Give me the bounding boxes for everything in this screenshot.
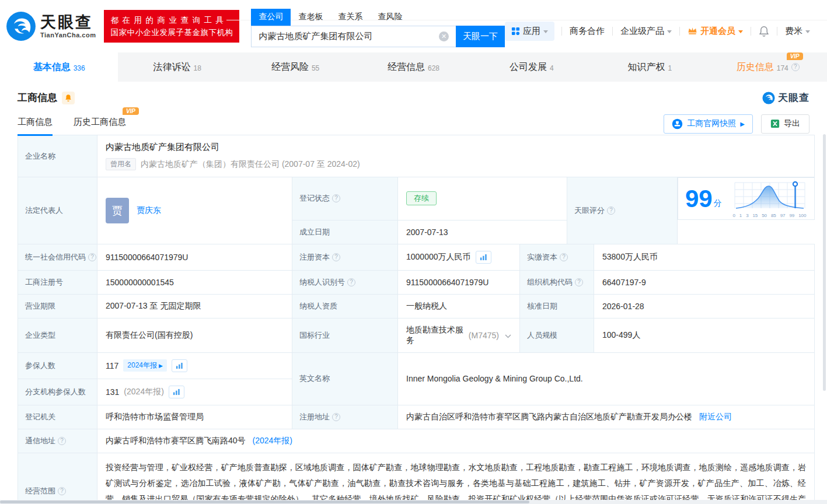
section-header: 工商信息 天眼查	[0, 82, 827, 107]
enterprise-products-menu[interactable]: 企业级产品	[613, 26, 679, 37]
search-type-tabs: 查公司 查老板 查关系 查风险	[251, 9, 505, 26]
search-tab-company[interactable]: 查公司	[251, 9, 291, 26]
help-icon[interactable]: ?	[791, 63, 800, 71]
search-tab-relation[interactable]: 查关系	[330, 9, 370, 26]
tab-company-development[interactable]: 公司发展 4	[473, 52, 591, 82]
registration-number: 150000000001545	[97, 270, 292, 294]
business-term: 2007-07-13 至 无固定期限	[97, 294, 292, 318]
help-icon[interactable]: ?	[347, 278, 355, 286]
top-navigation: 应用 商务合作 企业级产品 开通会员 费米	[505, 22, 818, 41]
tab-history-info[interactable]: VIP 历史信息 174 ?	[709, 52, 827, 82]
field-label: 实缴资本?	[520, 244, 594, 270]
help-icon[interactable]: ?	[332, 253, 340, 261]
branch-insured-trend-chart-icon[interactable]	[169, 386, 184, 398]
former-name-badge: 曾用名	[106, 158, 136, 170]
vertical-scrollbar-thumb[interactable]	[823, 134, 826, 391]
open-vip-menu[interactable]: 开通会员	[680, 26, 751, 37]
comm-address-report-link[interactable]: (2024年报)	[252, 436, 292, 445]
nearby-companies-link[interactable]: 附近公司	[699, 412, 732, 421]
chevron-down-icon	[667, 30, 672, 33]
notifications-button[interactable]	[751, 26, 777, 37]
help-icon[interactable]: ?	[332, 194, 340, 202]
insured-trend-chart-icon[interactable]	[172, 359, 187, 372]
field-label: 人员规模	[520, 318, 594, 352]
field-label: 登记机关	[18, 405, 97, 429]
official-snapshot-button[interactable]: 工商官网快照 ▶	[664, 114, 753, 134]
horizontal-scrollbar-thumb[interactable]	[0, 501, 529, 503]
bell-icon	[65, 94, 72, 102]
search-tab-risk[interactable]: 查风险	[370, 9, 410, 26]
tab-label: 基本信息	[33, 61, 71, 74]
field-label: 登记状态?	[292, 177, 398, 220]
field-label: 企业名称	[18, 135, 97, 177]
field-label: 纳税人资质	[292, 294, 398, 318]
help-icon[interactable]: ?	[607, 206, 615, 215]
tab-basic-info[interactable]: 基本信息 336	[0, 52, 118, 82]
help-icon[interactable]: ?	[58, 437, 66, 445]
tab-label: 知识产权	[627, 61, 665, 74]
help-icon[interactable]: ?	[58, 487, 66, 495]
subscribe-bell-badge[interactable]	[62, 92, 75, 104]
english-name: Inner Mongolia Geology & Mining Group Co…	[398, 352, 815, 405]
clear-search-icon[interactable]: ✕	[439, 32, 449, 41]
credit-code: 91150000664071979U	[97, 244, 292, 270]
user-menu[interactable]: 费米	[777, 26, 818, 37]
export-button[interactable]: 导出	[761, 114, 809, 134]
tab-operation-risk[interactable]: 经营风险 55	[236, 52, 354, 82]
company-detail-tabs: 基本信息 336 法律诉讼 18 经营风险 55 经营信息 628 公司发展 4…	[0, 52, 827, 82]
search-button[interactable]: 天眼一下	[456, 26, 505, 47]
promo-line-2: 国家中小企业发展子基金旗下机构	[110, 26, 233, 38]
taxpayer-id: 91150000664071979U	[398, 270, 520, 294]
legal-rep-avatar[interactable]: 贾	[106, 198, 129, 223]
chevron-down-icon	[805, 30, 810, 33]
search-input[interactable]	[251, 26, 456, 47]
taxpayer-quality: 一般纳税人	[398, 294, 520, 318]
apps-label: 应用	[523, 26, 540, 37]
legal-rep-link[interactable]: 贾庆东	[137, 205, 161, 216]
chevron-down-icon[interactable]	[505, 331, 511, 340]
arrow-right-icon: ▶	[159, 363, 163, 369]
tab-label: 经营风险	[271, 61, 309, 74]
promo-line-1: 都在用的商业查询工具	[110, 14, 233, 26]
business-cooperation-link[interactable]: 商务合作	[562, 26, 612, 37]
subtab-business-registration[interactable]: 工商信息	[18, 117, 53, 136]
tab-label: 经营信息	[388, 61, 425, 74]
table-row: 法定代表人 贾 贾庆东 登记状态? 存续 天眼评分? 99 分	[18, 177, 815, 220]
field-label: 企业类型	[18, 318, 97, 352]
tianyancha-logo[interactable]: 天眼查 TianYanCha.com	[6, 11, 96, 41]
field-label: 纳税人识别号?	[292, 270, 398, 294]
tab-legal-proceedings[interactable]: 法律诉讼 18	[118, 52, 236, 82]
tab-intellectual-property[interactable]: 知识产权 1	[591, 52, 709, 82]
export-label: 导出	[784, 118, 800, 129]
field-label: 注册地址?	[292, 405, 398, 429]
apps-menu[interactable]: 应用	[505, 22, 554, 41]
chevron-down-icon	[543, 30, 548, 33]
table-row: 参保人数 117 2024年报▶ 英文名称 Inner Mongolia Geo…	[18, 352, 815, 379]
capital-trend-chart-icon[interactable]	[476, 251, 491, 264]
brand-name: 天眼查	[40, 14, 96, 30]
help-icon[interactable]: ?	[560, 253, 568, 261]
tab-business-info[interactable]: 经营信息 628	[354, 52, 472, 82]
subtab-label: 历史工商信息	[74, 117, 126, 127]
field-label: 分支机构参保人数	[18, 379, 97, 405]
staff-size: 100-499人	[594, 318, 815, 352]
tianyan-score: 99 分	[685, 186, 722, 212]
table-row: 企业类型 有限责任公司(国有控股) 国标行业 地质勘查技术服务 (M7475) …	[18, 318, 815, 352]
horizontal-scrollbar[interactable]	[0, 500, 827, 504]
help-icon[interactable]: ?	[332, 413, 340, 421]
table-row: 通信地址? 内蒙古呼和浩特市赛罕区腾飞南路40号 (2024年报)	[18, 429, 815, 453]
search-tab-boss[interactable]: 查老板	[291, 9, 330, 26]
company-name: 内蒙古地质矿产集团有限公司	[106, 142, 806, 153]
stamp-icon	[672, 118, 683, 130]
annual-report-badge[interactable]: 2024年报▶	[123, 359, 167, 372]
industry-code: (M7475)	[469, 331, 499, 340]
subtab-history-registration[interactable]: VIP 历史工商信息	[74, 117, 126, 136]
business-scope: 投资经营与管理，矿业权经营，矿产地质普查勘探，区域地质调查，固体矿产勘查，地球物…	[106, 460, 806, 504]
table-row: 经营范围? 投资经营与管理，矿业权经营，矿产地质普查勘探，区域地质调查，固体矿产…	[18, 453, 815, 504]
tab-count: 174	[777, 64, 788, 72]
help-icon[interactable]: ?	[575, 278, 583, 286]
arrow-right-icon: ▶	[740, 121, 745, 127]
help-icon[interactable]: ?	[88, 253, 96, 261]
vip-label: 开通会员	[700, 26, 735, 37]
search-area: 查公司 查老板 查关系 查风险 ✕ 天眼一下	[251, 9, 505, 47]
